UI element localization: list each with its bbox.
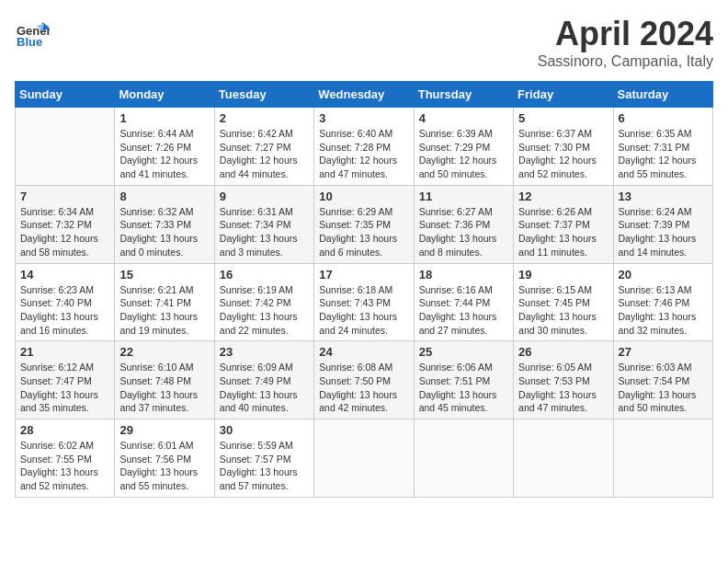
day-number: 8 — [119, 190, 209, 203]
day-info: Sunrise: 6:34 AM Sunset: 7:32 PM Dayligh… — [20, 205, 109, 259]
calendar-cell: 24Sunrise: 6:08 AM Sunset: 7:50 PM Dayli… — [314, 341, 414, 419]
calendar-cell: 25Sunrise: 6:06 AM Sunset: 7:51 PM Dayli… — [414, 341, 513, 419]
calendar-cell: 30Sunrise: 5:59 AM Sunset: 7:57 PM Dayli… — [214, 419, 313, 498]
day-number: 23 — [220, 345, 309, 359]
day-header-thursday: Thursday — [414, 82, 513, 108]
day-info: Sunrise: 6:21 AM Sunset: 7:41 PM Dayligh… — [119, 283, 209, 338]
day-info: Sunrise: 6:29 AM Sunset: 7:35 PM Dayligh… — [319, 205, 408, 259]
calendar-location: Sassinoro, Campania, Italy — [538, 53, 713, 70]
calendar-cell: 1Sunrise: 6:44 AM Sunset: 7:26 PM Daylig… — [115, 108, 214, 186]
title-block: April 2024 Sassinoro, Campania, Italy — [538, 15, 713, 70]
calendar-cell: 5Sunrise: 6:37 AM Sunset: 7:30 PM Daylig… — [514, 108, 613, 186]
day-info: Sunrise: 6:18 AM Sunset: 7:43 PM Dayligh… — [319, 283, 408, 338]
day-number: 13 — [619, 190, 708, 203]
day-info: Sunrise: 6:40 AM Sunset: 7:28 PM Dayligh… — [319, 127, 408, 181]
calendar-cell: 6Sunrise: 6:35 AM Sunset: 7:31 PM Daylig… — [613, 108, 712, 186]
calendar-cell: 3Sunrise: 6:40 AM Sunset: 7:28 PM Daylig… — [314, 108, 414, 186]
calendar-cell: 16Sunrise: 6:19 AM Sunset: 7:42 PM Dayli… — [214, 263, 313, 341]
day-header-sunday: Sunday — [16, 82, 115, 108]
calendar-cell: 18Sunrise: 6:16 AM Sunset: 7:44 PM Dayli… — [414, 263, 513, 341]
day-number: 21 — [20, 345, 109, 359]
calendar-body: 1Sunrise: 6:44 AM Sunset: 7:26 PM Daylig… — [16, 108, 713, 498]
calendar-title: April 2024 — [538, 15, 713, 53]
day-info: Sunrise: 6:09 AM Sunset: 7:49 PM Dayligh… — [220, 361, 309, 415]
day-info: Sunrise: 6:35 AM Sunset: 7:31 PM Dayligh… — [619, 127, 708, 181]
calendar-week-2: 7Sunrise: 6:34 AM Sunset: 7:32 PM Daylig… — [16, 185, 713, 263]
day-header-saturday: Saturday — [613, 82, 712, 108]
day-info: Sunrise: 6:32 AM Sunset: 7:33 PM Dayligh… — [119, 205, 209, 259]
calendar-cell: 21Sunrise: 6:12 AM Sunset: 7:47 PM Dayli… — [16, 341, 115, 419]
day-info: Sunrise: 5:59 AM Sunset: 7:57 PM Dayligh… — [220, 439, 309, 493]
day-number: 16 — [220, 268, 309, 282]
day-number: 14 — [20, 268, 109, 282]
calendar-cell: 17Sunrise: 6:18 AM Sunset: 7:43 PM Dayli… — [314, 263, 414, 341]
calendar-cell: 20Sunrise: 6:13 AM Sunset: 7:46 PM Dayli… — [613, 263, 712, 341]
calendar-cell: 19Sunrise: 6:15 AM Sunset: 7:45 PM Dayli… — [514, 263, 613, 341]
day-info: Sunrise: 6:16 AM Sunset: 7:44 PM Dayligh… — [419, 283, 508, 338]
calendar-cell: 13Sunrise: 6:24 AM Sunset: 7:39 PM Dayli… — [613, 185, 712, 263]
day-info: Sunrise: 6:39 AM Sunset: 7:29 PM Dayligh… — [419, 127, 508, 181]
calendar-cell: 2Sunrise: 6:42 AM Sunset: 7:27 PM Daylig… — [214, 108, 313, 186]
calendar-cell: 10Sunrise: 6:29 AM Sunset: 7:35 PM Dayli… — [314, 185, 414, 263]
calendar-cell: 22Sunrise: 6:10 AM Sunset: 7:48 PM Dayli… — [115, 341, 214, 419]
day-number: 11 — [419, 190, 508, 203]
day-info: Sunrise: 6:27 AM Sunset: 7:36 PM Dayligh… — [419, 205, 508, 259]
calendar-cell: 28Sunrise: 6:02 AM Sunset: 7:55 PM Dayli… — [16, 419, 115, 498]
day-info: Sunrise: 6:10 AM Sunset: 7:48 PM Dayligh… — [119, 361, 209, 415]
calendar-week-3: 14Sunrise: 6:23 AM Sunset: 7:40 PM Dayli… — [16, 263, 713, 341]
day-info: Sunrise: 6:24 AM Sunset: 7:39 PM Dayligh… — [619, 205, 708, 259]
day-number: 20 — [619, 268, 708, 282]
calendar-cell — [314, 419, 414, 498]
svg-text:Blue: Blue — [17, 35, 42, 49]
day-info: Sunrise: 6:01 AM Sunset: 7:56 PM Dayligh… — [119, 439, 209, 493]
day-info: Sunrise: 6:03 AM Sunset: 7:54 PM Dayligh… — [619, 361, 708, 415]
calendar-week-5: 28Sunrise: 6:02 AM Sunset: 7:55 PM Dayli… — [16, 419, 713, 498]
day-number: 9 — [220, 190, 309, 203]
day-number: 12 — [518, 190, 608, 203]
calendar-cell — [613, 419, 712, 498]
calendar-week-4: 21Sunrise: 6:12 AM Sunset: 7:47 PM Dayli… — [16, 341, 713, 419]
day-number: 4 — [419, 111, 508, 125]
calendar-cell — [414, 419, 513, 498]
day-info: Sunrise: 6:37 AM Sunset: 7:30 PM Dayligh… — [518, 127, 608, 181]
day-header-monday: Monday — [115, 82, 214, 108]
calendar-cell: 7Sunrise: 6:34 AM Sunset: 7:32 PM Daylig… — [16, 185, 115, 263]
day-number: 25 — [419, 345, 508, 359]
day-number: 18 — [419, 268, 508, 282]
day-number: 30 — [220, 423, 309, 437]
day-info: Sunrise: 6:13 AM Sunset: 7:46 PM Dayligh… — [619, 283, 708, 338]
calendar-table: SundayMondayTuesdayWednesdayThursdayFrid… — [15, 81, 713, 498]
calendar-cell: 23Sunrise: 6:09 AM Sunset: 7:49 PM Dayli… — [214, 341, 313, 419]
calendar-cell: 9Sunrise: 6:31 AM Sunset: 7:34 PM Daylig… — [214, 185, 313, 263]
day-header-friday: Friday — [514, 82, 613, 108]
calendar-cell: 27Sunrise: 6:03 AM Sunset: 7:54 PM Dayli… — [613, 341, 712, 419]
day-number: 5 — [518, 111, 608, 125]
day-number: 29 — [119, 423, 209, 437]
day-number: 2 — [220, 111, 309, 125]
calendar-cell: 26Sunrise: 6:05 AM Sunset: 7:53 PM Dayli… — [514, 341, 613, 419]
day-number: 27 — [619, 345, 708, 359]
day-number: 17 — [319, 268, 408, 282]
day-info: Sunrise: 6:02 AM Sunset: 7:55 PM Dayligh… — [20, 439, 109, 493]
day-header-tuesday: Tuesday — [214, 82, 313, 108]
day-info: Sunrise: 6:42 AM Sunset: 7:27 PM Dayligh… — [220, 127, 309, 181]
day-header-row: SundayMondayTuesdayWednesdayThursdayFrid… — [16, 82, 713, 108]
calendar-cell: 8Sunrise: 6:32 AM Sunset: 7:33 PM Daylig… — [115, 185, 214, 263]
day-number: 28 — [20, 423, 109, 437]
day-number: 15 — [119, 268, 209, 282]
page-header: General Blue April 2024 Sassinoro, Campa… — [15, 15, 713, 70]
day-info: Sunrise: 6:23 AM Sunset: 7:40 PM Dayligh… — [20, 283, 109, 338]
calendar-cell: 4Sunrise: 6:39 AM Sunset: 7:29 PM Daylig… — [414, 108, 513, 186]
day-number: 1 — [119, 111, 209, 125]
day-info: Sunrise: 6:26 AM Sunset: 7:37 PM Dayligh… — [518, 205, 608, 259]
day-number: 22 — [119, 345, 209, 359]
day-info: Sunrise: 6:44 AM Sunset: 7:26 PM Dayligh… — [119, 127, 209, 181]
calendar-cell: 11Sunrise: 6:27 AM Sunset: 7:36 PM Dayli… — [414, 185, 513, 263]
day-info: Sunrise: 6:12 AM Sunset: 7:47 PM Dayligh… — [20, 361, 109, 415]
calendar-cell — [514, 419, 613, 498]
day-number: 6 — [619, 111, 708, 125]
day-number: 24 — [319, 345, 408, 359]
logo: General Blue — [15, 15, 50, 50]
calendar-cell: 15Sunrise: 6:21 AM Sunset: 7:41 PM Dayli… — [115, 263, 214, 341]
calendar-cell: 14Sunrise: 6:23 AM Sunset: 7:40 PM Dayli… — [16, 263, 115, 341]
